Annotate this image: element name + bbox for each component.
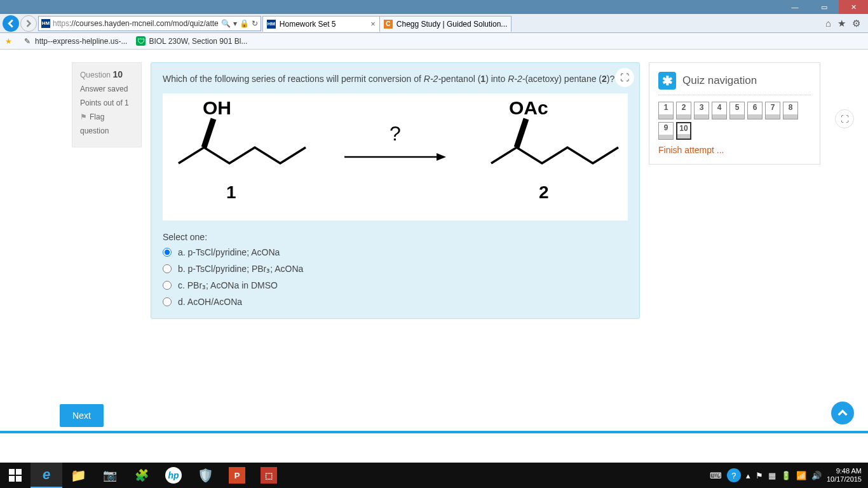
quiz-nav-q9[interactable]: 9 (658, 122, 674, 140)
option-a-label: a. p-TsCl/pyridine; AcONa (178, 247, 280, 257)
refresh-icon[interactable]: ↻ (252, 19, 258, 28)
taskbar-app-colorful[interactable]: 🧩 (126, 463, 158, 488)
tab-title: Homework Set 5 (280, 20, 336, 29)
points-label: Points out of 1 (80, 98, 133, 107)
fullscreen-icon[interactable]: ⛶ (615, 68, 634, 87)
page-fullscreen-icon[interactable]: ⛶ (835, 109, 854, 128)
taskbar-ie[interactable]: e (31, 463, 62, 488)
svg-rect-5 (16, 469, 22, 475)
structure2-group: OAc (509, 97, 548, 119)
nav-forward-button[interactable] (20, 15, 37, 32)
option-d[interactable]: d. AcOH/AcONa (163, 297, 628, 307)
start-button[interactable] (0, 463, 31, 488)
address-favicon: HM (41, 19, 50, 28)
taskbar-clock[interactable]: 9:48 AM 10/17/2015 (827, 467, 862, 484)
browser-toolbar: HM https://courses.hayden-mcneil.com/mod… (0, 14, 868, 33)
finish-attempt-link[interactable]: Finish attempt ... (658, 145, 811, 155)
svg-line-0 (204, 119, 214, 147)
svg-rect-7 (16, 476, 22, 482)
option-c[interactable]: c. PBr₃; AcONa in DMSO (163, 280, 628, 290)
taskbar-explorer[interactable]: 📁 (62, 463, 94, 488)
quiz-nav-q6[interactable]: 6 (747, 102, 763, 119)
bookmark-express-helpline[interactable]: ✎http--express-helpline.us-... (22, 36, 127, 46)
quiz-nav-q2[interactable]: 2 (676, 102, 691, 119)
search-icon[interactable]: 🔍 (221, 19, 231, 28)
taskbar-security[interactable]: 🛡️ (189, 463, 221, 488)
taskbar-hp[interactable]: hp (158, 463, 189, 488)
scroll-to-top-button[interactable] (831, 402, 854, 424)
quiz-nav-q7[interactable]: 7 (765, 102, 780, 119)
tab-title: Chegg Study | Guided Solution... (397, 20, 508, 29)
address-bar[interactable]: HM https://courses.hayden-mcneil.com/mod… (38, 16, 261, 31)
svg-rect-4 (9, 469, 15, 475)
flag-question-link[interactable]: ⚑ Flag (80, 112, 133, 121)
keyboard-icon[interactable]: ⌨ (710, 471, 722, 480)
svg-marker-2 (437, 153, 446, 161)
option-c-radio[interactable] (163, 281, 172, 290)
taskbar-powerpoint[interactable]: P (221, 463, 253, 488)
next-button[interactable]: Next (60, 404, 104, 427)
option-b[interactable]: b. p-TsCl/pyridine; PBr₃; AcONa (163, 264, 628, 274)
answer-status: Answer saved (80, 85, 133, 93)
flag-icon[interactable]: ⚑ (756, 471, 763, 480)
add-favorite-button[interactable]: ★ (4, 36, 13, 46)
svg-rect-6 (9, 476, 15, 482)
page-content: Question 10 Answer saved Points out of 1… (0, 50, 868, 463)
bookmark-biol230w[interactable]: 🛡BIOL 230W, Section 901 Bl... (136, 36, 247, 46)
nav-back-button[interactable] (3, 15, 19, 32)
close-icon[interactable]: × (370, 19, 376, 29)
window-maximize-button[interactable]: ▭ (810, 0, 839, 14)
volume-icon[interactable]: 🔊 (811, 471, 822, 480)
window-close-button[interactable]: ✕ (839, 0, 868, 14)
lock-icon: 🔒 (240, 19, 249, 28)
taskbar-app-red[interactable]: ⬚ (253, 463, 285, 488)
home-icon[interactable]: ⌂ (825, 18, 831, 29)
dropdown-icon[interactable]: ▾ (233, 19, 237, 28)
system-tray: ⌨ ? ▴ ⚑ ▦ 🔋 📶 🔊 9:48 AM 10/17/2015 (710, 467, 868, 484)
tab-homework[interactable]: HM Homework Set 5 × (262, 16, 380, 32)
favorites-star-icon[interactable]: ★ (837, 18, 846, 29)
structure2-number: 2 (539, 182, 549, 203)
battery-icon[interactable]: 🔋 (781, 471, 791, 480)
reaction-question-mark: ? (390, 122, 401, 146)
option-a[interactable]: a. p-TsCl/pyridine; AcONa (163, 247, 628, 257)
select-one-label: Select one: (163, 232, 628, 242)
tab-strip: HM Homework Set 5 × C Chegg Study | Guid… (262, 15, 512, 32)
option-b-label: b. p-TsCl/pyridine; PBr₃; AcONa (178, 264, 303, 274)
help-icon[interactable]: ? (727, 468, 741, 482)
network-icon[interactable]: 📶 (796, 471, 806, 480)
option-c-label: c. PBr₃; AcONa in DMSO (178, 280, 278, 290)
quiz-nav-q4[interactable]: 4 (712, 102, 727, 119)
tab-chegg[interactable]: C Chegg Study | Guided Solution... (379, 16, 512, 32)
option-a-radio[interactable] (163, 248, 172, 257)
address-tools: 🔍 ▾ 🔒 ↻ (221, 19, 258, 28)
quiz-nav-q1[interactable]: 1 (658, 102, 674, 119)
answer-options: a. p-TsCl/pyridine; AcONa b. p-TsCl/pyri… (163, 247, 628, 307)
gear-icon[interactable]: ⚙ (852, 18, 860, 29)
tray-app-icon[interactable]: ▦ (768, 471, 776, 480)
quiz-nav-q10[interactable]: 10 (676, 122, 691, 140)
question-info-panel: Question 10 Answer saved Points out of 1… (72, 62, 142, 147)
question-body: ⛶ Which of the following series of react… (151, 62, 640, 319)
reaction-diagram: OH 1 ? OAc (163, 93, 628, 220)
chevron-up-icon[interactable]: ▴ (746, 471, 750, 480)
browser-right-icons: ⌂ ★ ⚙ (825, 18, 865, 29)
address-url: https://courses.hayden-mcneil.com/mod/qu… (53, 19, 219, 28)
quiz-nav-q3[interactable]: 3 (694, 102, 709, 119)
quiz-nav-icon: ✱ (658, 72, 676, 90)
tab-favicon: HM (267, 20, 276, 29)
taskbar-camera[interactable]: 📷 (94, 463, 126, 488)
quiz-nav-q8[interactable]: 8 (783, 102, 798, 119)
question-text: Which of the following series of reactio… (163, 72, 628, 86)
page-bottom-accent (0, 431, 868, 433)
option-d-label: d. AcOH/AcONa (178, 297, 242, 307)
quiz-nav-panel: ✱ Quiz navigation 12345678910 Finish att… (649, 62, 820, 165)
option-d-radio[interactable] (163, 297, 172, 306)
window-minimize-button[interactable]: — (780, 0, 810, 14)
flag-sub-label: question (80, 126, 133, 135)
window-titlebar: — ▭ ✕ (0, 0, 868, 14)
tab-favicon: C (384, 20, 393, 29)
svg-line-3 (517, 119, 526, 147)
quiz-nav-q5[interactable]: 5 (729, 102, 745, 119)
option-b-radio[interactable] (163, 264, 172, 273)
